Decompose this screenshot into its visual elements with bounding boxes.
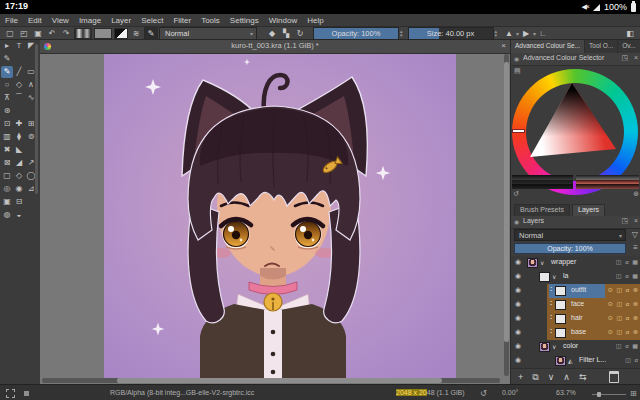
toolbox-scrollbar[interactable] <box>35 44 38 194</box>
colorize-mask-tool[interactable]: ✖ <box>1 144 13 156</box>
visibility-eye-icon[interactable]: ◉ <box>515 300 521 308</box>
visibility-eye-icon[interactable]: ◉ <box>515 258 521 266</box>
menu-image[interactable]: Image <box>74 16 106 25</box>
layer-properties-button[interactable]: ⇆ <box>579 372 587 382</box>
menu-settings[interactable]: Settings <box>225 16 264 25</box>
canvas-rotation-value[interactable]: 0.00° <box>502 389 518 396</box>
bezier-curve-tool[interactable]: ⊼ <box>1 92 13 104</box>
pan-tool[interactable]: ◒ <box>13 209 25 221</box>
visibility-eye-icon[interactable]: ◉ <box>515 328 521 336</box>
menu-help[interactable]: Help <box>302 16 328 25</box>
layer-row-base[interactable]: ◉ : base ⊙ ◫ α ⊛ <box>511 326 640 341</box>
undo-button[interactable]: ↶ <box>45 28 59 39</box>
menu-edit[interactable]: Edit <box>23 16 47 25</box>
magnetic-selection-tool[interactable]: ▣ <box>1 196 13 208</box>
collapse-caret-icon[interactable]: ∨ <box>552 273 556 280</box>
wrap-around-toggle[interactable]: ≋ <box>129 28 143 39</box>
move-layer-down-button[interactable]: ∨ <box>548 372 555 382</box>
tab-overview[interactable]: Ov... <box>618 40 640 53</box>
menu-select[interactable]: Select <box>136 16 168 25</box>
tab-tool-options[interactable]: Tool O... <box>585 40 618 53</box>
zoom-tool[interactable]: ◍ <box>1 209 13 221</box>
layers-header[interactable]: ◉ Layers ◳ × <box>511 216 640 229</box>
menu-tools[interactable]: Tools <box>196 16 225 25</box>
layer-blending-mode-dropdown[interactable]: Normal ▾ <box>514 229 626 241</box>
redo-button[interactable]: ↷ <box>59 28 73 39</box>
menu-window[interactable]: Window <box>264 16 302 25</box>
freehand-brush-tool[interactable]: ✎ <box>1 66 13 78</box>
vertical-scrollbar[interactable] <box>504 54 509 376</box>
canvas-artwork[interactable] <box>104 54 456 378</box>
layer-row-outfit[interactable]: ◉ : outfit ⊙ ◫ α ⊛ <box>511 284 640 299</box>
layer-row-color[interactable]: ◉ ∨ color ◫ α ▦ <box>511 340 640 355</box>
zoom-slider[interactable] <box>592 394 626 395</box>
pattern-chooser[interactable] <box>94 28 112 39</box>
tab-advanced-colour-selector[interactable]: Advanced Colour Se... <box>511 40 585 53</box>
crop-canvas-button[interactable]: ∟ <box>536 28 550 39</box>
size-slider[interactable]: Size: 40.00 px <box>408 27 494 40</box>
similar-selection-tool[interactable]: ◎ <box>1 183 13 195</box>
filter-funnel-icon[interactable]: ▽ <box>632 230 638 239</box>
layer-row-wrapper[interactable]: ◉ ∨ wrapper ◫ α ▦ <box>511 256 640 271</box>
calligraphy-tool[interactable]: ✎ <box>1 53 13 65</box>
delete-layer-button[interactable] <box>609 371 619 383</box>
shade-gradient-bar[interactable] <box>576 175 639 189</box>
visibility-eye-icon[interactable]: ◉ <box>515 314 521 322</box>
layer-row-la[interactable]: ◉ ∨ la ◫ α ▦ <box>511 270 640 285</box>
opacity-spinner[interactable]: ▴▾ <box>400 29 403 37</box>
float-icon[interactable]: ◳ <box>621 217 628 225</box>
blending-mode-dropdown[interactable]: Normal ▾ <box>159 27 257 40</box>
close-icon[interactable]: × <box>634 54 638 61</box>
gradient-tool[interactable]: ▥ <box>1 131 13 143</box>
visibility-eye-icon[interactable]: ◉ <box>515 272 521 280</box>
polygon-tool[interactable]: ◇ <box>13 79 25 91</box>
close-icon[interactable]: × <box>501 41 506 50</box>
menu-layer[interactable]: Layer <box>106 16 136 25</box>
visibility-eye-icon[interactable]: ◉ <box>515 286 521 294</box>
freehand-path-tool[interactable]: ⌒ <box>13 92 25 104</box>
gear-icon[interactable]: ⊛ <box>633 190 639 198</box>
float-icon[interactable]: ◳ <box>621 54 628 62</box>
eraser-mode-button[interactable]: ◆ <box>265 28 279 39</box>
color-sampler-tool[interactable]: ⧫ <box>13 131 25 143</box>
transform-tool[interactable]: ⊡ <box>1 118 13 130</box>
new-document-button[interactable]: ▢ <box>3 28 17 39</box>
opacity-slider[interactable]: Opacity: 100% <box>313 27 399 40</box>
selection-display-icon[interactable] <box>6 389 15 398</box>
reload-preset-button[interactable]: ↻ <box>293 28 307 39</box>
enclose-fill-tool[interactable]: ⊠ <box>1 157 13 169</box>
preserve-alpha-button[interactable]: ▚ <box>279 28 293 39</box>
zoom-slider-knob[interactable] <box>597 392 601 397</box>
select-shapes-tool[interactable]: ▸ <box>1 40 13 52</box>
move-layer-up-button[interactable]: ∧ <box>563 372 570 382</box>
duplicate-layer-button[interactable]: ⧉ <box>532 372 538 382</box>
history-icon[interactable]: ↺ <box>513 190 519 198</box>
layer-row-face[interactable]: ◉ : face ⊙ ◫ α ⊛ <box>511 298 640 313</box>
mirror-horizontal-button[interactable]: ▲ <box>502 28 516 39</box>
text-tool[interactable]: T <box>13 40 25 52</box>
list-view-icon[interactable]: ≡ <box>633 243 638 252</box>
colour-selector-header[interactable]: ◉ Advanced Colour Selector ◳ × <box>511 53 640 66</box>
zoom-percentage[interactable]: 63.7% <box>556 389 576 396</box>
shade-history-bar[interactable] <box>512 175 573 189</box>
save-document-button[interactable]: ▣ <box>31 28 45 39</box>
add-layer-button[interactable]: + <box>518 372 523 382</box>
visibility-eye-icon[interactable]: ◉ <box>515 342 521 350</box>
ellipse-tool[interactable]: ○ <box>1 79 13 91</box>
mirror-vertical-button[interactable]: ▶ <box>519 28 533 39</box>
visibility-eye-icon[interactable]: ◉ <box>515 356 521 364</box>
contiguous-selection-tool[interactable]: ◉ <box>13 183 25 195</box>
rectangular-selection-tool[interactable]: ▢ <box>1 170 13 182</box>
foreground-background-colors[interactable] <box>114 28 128 39</box>
gradient-chooser[interactable] <box>74 28 92 39</box>
layer-row-hair[interactable]: ◉ : hair ⊙ ◫ α ⊛ <box>511 312 640 327</box>
menu-view[interactable]: View <box>47 16 74 25</box>
horizontal-scrollbar[interactable] <box>42 378 500 383</box>
reset-rotation-icon[interactable]: ↺ <box>480 389 487 398</box>
subwindow-titlebar[interactable]: kuro-tt_003.kra (1.1 GiB) * × <box>40 40 510 54</box>
collapse-caret-icon[interactable]: ∨ <box>552 343 556 350</box>
layer-row-filter[interactable]: ◉ ◭ Filter L... ◫ α <box>511 354 640 369</box>
menu-file[interactable]: File <box>0 16 23 25</box>
line-tool[interactable]: ╱ <box>13 66 25 78</box>
brush-preset-chooser[interactable]: ✎ <box>144 27 158 40</box>
